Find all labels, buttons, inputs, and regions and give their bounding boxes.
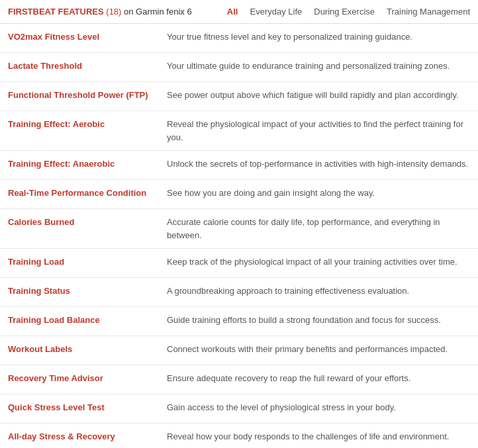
feature-description: See how you are doing and gain insight a…	[167, 187, 470, 200]
table-row: VO2max Fitness LevelYour true fitness le…	[0, 24, 478, 53]
features-list: VO2max Fitness LevelYour true fitness le…	[0, 24, 478, 448]
feature-description: Reveal how your body responds to the cha…	[167, 430, 470, 443]
feature-name: Workout Labels	[8, 343, 167, 354]
nav-training-management[interactable]: Training Management	[387, 7, 470, 17]
feature-description: Reveal the physiological impact of your …	[167, 118, 470, 144]
feature-name: Recovery Time Advisor	[8, 372, 167, 383]
feature-name: Lactate Threshold	[8, 60, 167, 71]
feature-description: A groundbreaking approach to training ef…	[167, 285, 470, 298]
feature-description: Gain access to the level of physiologica…	[167, 401, 470, 414]
filter-nav: All Everyday Life During Exercise Traini…	[227, 7, 470, 17]
feature-description: Keep track of the physiological impact o…	[167, 255, 470, 269]
feature-name: VO2max Fitness Level	[8, 30, 167, 42]
table-row: Training LoadKeep track of the physiolog…	[0, 249, 478, 278]
feature-name: Quick Stress Level Test	[8, 401, 167, 412]
feature-description: Connect workouts with their primary bene…	[167, 343, 470, 356]
feature-description: Your ultimate guide to endurance trainin…	[167, 60, 470, 73]
table-row: Training Effect: AerobicReveal the physi…	[0, 111, 478, 151]
feature-description: Accurate calorie counts for daily life, …	[167, 216, 470, 242]
feature-description: Ensure adequate recovery to reap the ful…	[167, 372, 470, 385]
nav-everyday-life[interactable]: Everyday Life	[250, 7, 302, 17]
feature-name: Functional Threshold Power (FTP)	[8, 89, 167, 100]
table-row: Training Load BalanceGuide training effo…	[0, 307, 478, 336]
feature-description: Unlock the secrets of top-performance in…	[167, 157, 470, 171]
feature-description: See power output above which fatigue wil…	[167, 89, 470, 102]
feature-description: Guide training efforts to build a strong…	[167, 314, 470, 327]
feature-name: Training Effect: Anaerobic	[8, 157, 167, 169]
feature-name: Training Load	[8, 255, 167, 267]
feature-name: Calories Burned	[8, 216, 167, 227]
feature-count: (18)	[104, 7, 122, 17]
table-row: Lactate ThresholdYour ultimate guide to …	[0, 53, 478, 82]
table-row: Recovery Time AdvisorEnsure adequate rec…	[0, 365, 478, 394]
header-title: FIRSTBEAT FEATURES (18) on Garmin fenix …	[8, 7, 192, 17]
nav-during-exercise[interactable]: During Exercise	[314, 7, 375, 17]
page-header: FIRSTBEAT FEATURES (18) on Garmin fenix …	[0, 0, 478, 24]
feature-name: Training Status	[8, 285, 167, 296]
table-row: All-day Stress & RecoveryReveal how your…	[0, 424, 478, 448]
feature-description: Your true fitness level and key to perso…	[167, 30, 470, 44]
table-row: Training Effect: AnaerobicUnlock the sec…	[0, 151, 478, 180]
brand-name: FIRSTBEAT FEATURES	[8, 7, 104, 17]
table-row: Real-Time Performance ConditionSee how y…	[0, 180, 478, 209]
feature-name: Real-Time Performance Condition	[8, 187, 167, 198]
feature-name: Training Load Balance	[8, 314, 167, 325]
table-row: Training StatusA groundbreaking approach…	[0, 278, 478, 307]
table-row: Quick Stress Level TestGain access to th…	[0, 394, 478, 424]
table-row: Workout LabelsConnect workouts with thei…	[0, 336, 478, 365]
feature-name: Training Effect: Aerobic	[8, 118, 167, 129]
nav-all[interactable]: All	[227, 7, 238, 17]
table-row: Functional Threshold Power (FTP)See powe…	[0, 82, 478, 111]
device-name: on Garmin fenix 6	[121, 7, 191, 17]
feature-name: All-day Stress & Recovery	[8, 430, 167, 441]
page-container: FIRSTBEAT FEATURES (18) on Garmin fenix …	[0, 0, 478, 448]
table-row: Calories BurnedAccurate calorie counts f…	[0, 209, 478, 249]
